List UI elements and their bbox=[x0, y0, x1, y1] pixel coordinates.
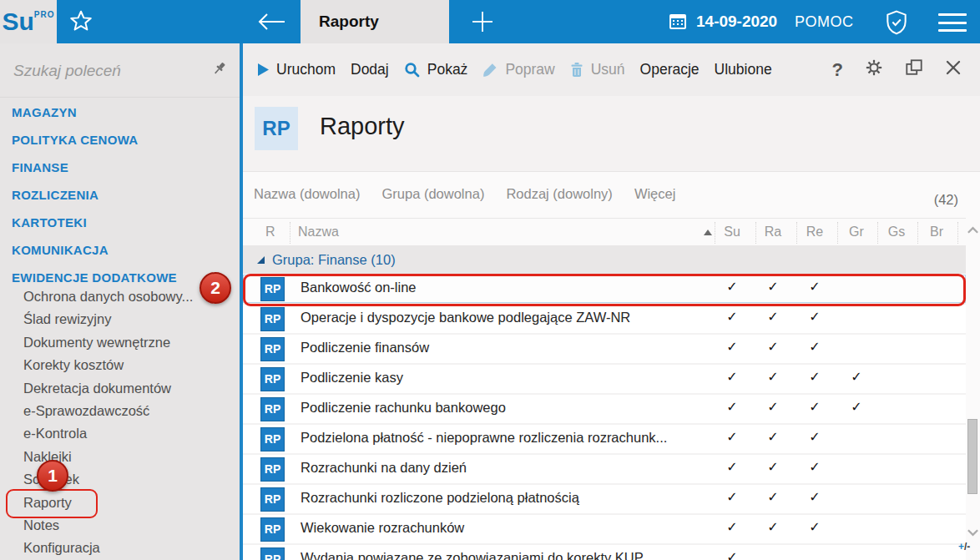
report-name: Rozrachunki rozliczone podzieloną płatno… bbox=[301, 490, 579, 506]
favorites-star-icon[interactable] bbox=[68, 9, 93, 34]
search-icon bbox=[404, 62, 420, 78]
group-label: Grupa: Finanse (10) bbox=[272, 252, 396, 268]
check-re: ✓ bbox=[802, 369, 827, 385]
report-name: Wydania powiązane ze zobowiązaniami do k… bbox=[301, 550, 644, 560]
sidebar-item-4[interactable]: Dekretacja dokumentów bbox=[23, 377, 237, 400]
table-row-7[interactable]: RPRozrachunki rozliczone podzieloną płat… bbox=[243, 485, 966, 515]
sidebar-item-3[interactable]: Korekty kosztów bbox=[23, 354, 237, 376]
check-re: ✓ bbox=[802, 519, 827, 535]
table-row-6[interactable]: RPRozrachunki na dany dzień✓✓✓ bbox=[243, 455, 966, 485]
check-re: ✓ bbox=[802, 429, 827, 445]
trash-icon bbox=[570, 63, 583, 78]
settings-gear-icon[interactable] bbox=[865, 58, 883, 81]
column-header-gr[interactable]: Gr bbox=[844, 225, 869, 240]
module-badge: RP bbox=[255, 107, 298, 150]
report-icon: RP bbox=[260, 427, 285, 452]
annotation-step-2-badge: 2 bbox=[200, 272, 231, 304]
check-su: ✓ bbox=[720, 369, 745, 385]
cascade-windows-icon[interactable] bbox=[905, 58, 923, 81]
column-header-r[interactable]: R bbox=[265, 225, 275, 240]
run-button[interactable]: Uruchom bbox=[258, 61, 336, 78]
sidebar-section-0[interactable]: MAGAZYN bbox=[12, 98, 237, 126]
sidebar-section-4[interactable]: KARTOTEKI bbox=[12, 209, 237, 236]
new-tab-button[interactable] bbox=[449, 0, 516, 43]
plus-icon bbox=[470, 9, 495, 34]
table-header: R Nazwa SuRaReGrGsBr bbox=[243, 218, 966, 246]
close-icon[interactable] bbox=[945, 59, 962, 80]
back-arrow-icon[interactable] bbox=[255, 11, 288, 33]
table-row-3[interactable]: RPPodliczenie kasy✓✓✓✓ bbox=[243, 365, 966, 395]
check-su: ✓ bbox=[720, 459, 745, 475]
scroll-down-icon[interactable] bbox=[967, 525, 979, 540]
check-ra: ✓ bbox=[760, 309, 786, 325]
filter-name[interactable]: Nazwa (dowolna) bbox=[254, 186, 360, 202]
expand-collapse-control[interactable]: +/- bbox=[958, 541, 970, 552]
hamburger-menu-icon[interactable] bbox=[938, 13, 967, 32]
table-row-2[interactable]: RPPodliczenie finansów✓✓✓ bbox=[243, 335, 966, 365]
favorites-menu[interactable]: Ulubione bbox=[715, 61, 772, 78]
date-picker[interactable]: 14-09-2020 bbox=[668, 0, 777, 43]
show-button[interactable]: Pokaż bbox=[404, 61, 468, 78]
sidebar-section-2[interactable]: FINANSE bbox=[12, 154, 237, 181]
help-button[interactable]: ? bbox=[832, 59, 843, 81]
sidebar-item-11[interactable]: Konfiguracja bbox=[23, 537, 237, 559]
filter-group[interactable]: Grupa (dowolna) bbox=[381, 186, 484, 202]
annotation-rect-raporty bbox=[6, 489, 98, 518]
column-header-re[interactable]: Re bbox=[802, 225, 827, 240]
brush-icon bbox=[482, 63, 498, 78]
logo-text: Su bbox=[2, 9, 33, 34]
sidebar-section-3[interactable]: ROZLICZENIA bbox=[12, 181, 237, 209]
check-ra: ✓ bbox=[760, 489, 786, 505]
group-row[interactable]: Grupa: Finanse (10) bbox=[243, 246, 966, 274]
filter-more[interactable]: Więcej bbox=[634, 186, 676, 202]
report-name: Wiekowanie rozrachunków bbox=[301, 520, 464, 536]
report-name: Podliczenie rachunku bankowego bbox=[301, 400, 506, 416]
check-ra: ✓ bbox=[760, 339, 786, 355]
tab-raporty[interactable]: Raporty bbox=[301, 0, 449, 43]
table-row-1[interactable]: RPOperacje i dyspozycje bankowe podlegaj… bbox=[243, 305, 966, 335]
sidebar: MAGAZYNPOLITYKA CENOWAFINANSEROZLICZENIA… bbox=[0, 43, 240, 560]
search-input[interactable] bbox=[12, 57, 199, 85]
sidebar-item-1[interactable]: Ślad rewizyjny bbox=[23, 308, 237, 330]
report-name: Rozrachunki na dany dzień bbox=[301, 460, 467, 476]
check-su: ✓ bbox=[720, 549, 745, 560]
delete-button[interactable]: Usuń bbox=[570, 61, 625, 78]
table-row-9[interactable]: RPWydania powiązane ze zobowiązaniami do… bbox=[243, 545, 966, 560]
check-ra: ✓ bbox=[760, 399, 786, 415]
current-date: 14-09-2020 bbox=[696, 13, 777, 31]
sidebar-item-5[interactable]: e-Sprawozdawczość bbox=[23, 400, 237, 422]
vertical-scrollbar[interactable] bbox=[966, 218, 980, 560]
edit-button[interactable]: Popraw bbox=[482, 61, 554, 78]
sidebar-section-5[interactable]: KOMUNIKACJA bbox=[12, 236, 237, 264]
sidebar-item-6[interactable]: e-Kontrola bbox=[23, 422, 237, 445]
column-header-nazwa[interactable]: Nazwa bbox=[298, 225, 339, 240]
sidebar-item-2[interactable]: Dokumenty wewnętrzne bbox=[23, 331, 237, 354]
column-header-su[interactable]: Su bbox=[720, 225, 745, 240]
report-name: Podzielona płatność - niepoprawne rozlic… bbox=[301, 430, 667, 446]
pin-icon[interactable] bbox=[210, 60, 228, 78]
shield-check-icon[interactable] bbox=[883, 9, 910, 36]
operations-menu[interactable]: Operacje bbox=[640, 61, 700, 78]
table-row-4[interactable]: RPPodliczenie rachunku bankowego✓✓✓✓ bbox=[243, 395, 966, 425]
sidebar-section-1[interactable]: POLITYKA CENOWA bbox=[12, 126, 237, 154]
scrollbar-thumb[interactable] bbox=[967, 419, 977, 494]
check-ra: ✓ bbox=[760, 369, 786, 385]
add-button[interactable]: Dodaj bbox=[351, 61, 389, 78]
group-collapse-icon[interactable] bbox=[257, 256, 265, 264]
column-header-br[interactable]: Br bbox=[924, 225, 949, 240]
sort-ascending-icon[interactable] bbox=[704, 230, 712, 235]
title-band: RP Raporty bbox=[243, 96, 980, 171]
column-header-ra[interactable]: Ra bbox=[760, 225, 786, 240]
filter-type[interactable]: Rodzaj (dowolny) bbox=[506, 186, 612, 202]
check-re: ✓ bbox=[802, 459, 827, 475]
report-name: Operacje i dyspozycje bankowe podlegając… bbox=[301, 310, 630, 325]
table-body: RPBankowość on-line✓✓✓RPOperacje i dyspo… bbox=[243, 275, 966, 560]
check-ra: ✓ bbox=[760, 459, 786, 475]
table-row-8[interactable]: RPWiekowanie rozrachunków✓✓✓ bbox=[243, 515, 966, 545]
report-name: Podliczenie kasy bbox=[301, 370, 403, 386]
column-header-gs[interactable]: Gs bbox=[884, 225, 909, 240]
table-row-5[interactable]: RPPodzielona płatność - niepoprawne rozl… bbox=[243, 425, 966, 455]
scroll-up-icon[interactable] bbox=[967, 223, 979, 238]
pomoc-menu[interactable]: POMOC bbox=[795, 0, 854, 43]
check-re: ✓ bbox=[802, 399, 827, 415]
